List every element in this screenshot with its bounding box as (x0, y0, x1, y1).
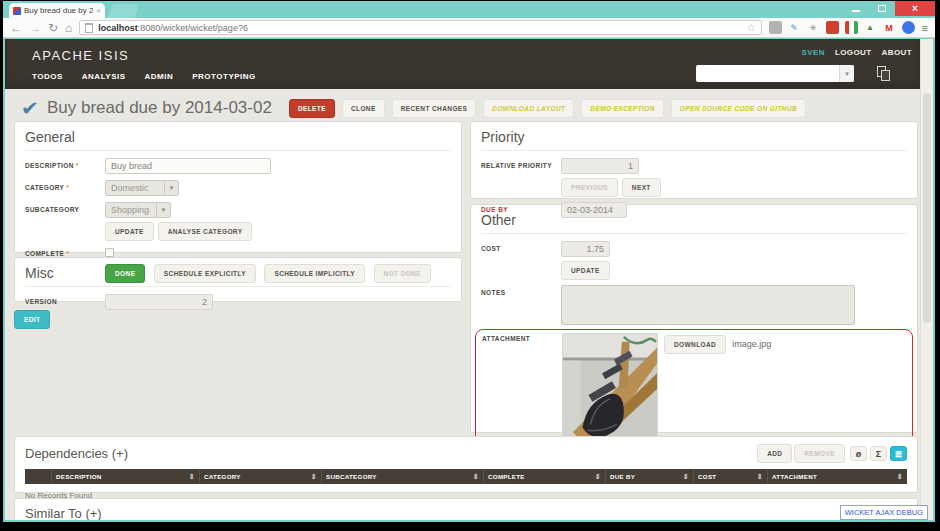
feather-extension-icon[interactable]: ✎ (788, 21, 801, 34)
add-button[interactable]: ADD (757, 444, 792, 463)
description-input[interactable]: Buy bread (105, 158, 271, 174)
extension-icon-1[interactable] (769, 21, 782, 34)
menu-item-analysis[interactable]: ANALYSIS (82, 72, 126, 81)
relative-priority-input: 1 (561, 158, 639, 174)
other-heading: Other (481, 212, 907, 234)
about-link[interactable]: ABOUT (882, 48, 912, 57)
summary-sigma-icon[interactable]: Σ (870, 446, 887, 461)
col-cost[interactable]: COST⇕ (693, 469, 767, 484)
app-brand[interactable]: APACHE ISIS (32, 48, 129, 63)
col-description[interactable]: DESCRIPTION⇕ (51, 469, 199, 484)
sort-icon: ⇕ (757, 473, 763, 481)
menu-item-admin[interactable]: ADMIN (145, 72, 174, 81)
previous-button: PREVIOUS (561, 178, 618, 197)
gmail-extension-icon[interactable]: M (883, 21, 896, 34)
schedule-explicitly-button[interactable]: SCHEDULE EXPLICITLY (154, 264, 256, 283)
maximize-button[interactable] (869, 1, 895, 16)
extension-icon-2[interactable] (826, 21, 839, 34)
tab-close-icon[interactable]: × (96, 6, 101, 15)
col-attachment[interactable]: ATTACHMENT⇕ (767, 469, 907, 484)
dependencies-heading: Dependencies (+) (25, 446, 757, 461)
attachment-image[interactable] (562, 333, 658, 445)
analyse-category-button[interactable]: ANALYSE CATEGORY (158, 222, 253, 241)
other-panel: Other COST 1.75 UPDATE NOTES ATTACHMENT (470, 204, 918, 433)
general-panel: General DESCRIPTION* Buy bread CATEGORY*… (14, 121, 462, 253)
edit-button[interactable]: EDIT (14, 310, 50, 329)
col-complete[interactable]: COMPLETE⇕ (483, 469, 605, 484)
url-text[interactable]: localhost:8080/wicket/wicket/page?6 (98, 23, 741, 33)
dependencies-table-header: DESCRIPTION⇕ CATEGORY⇕ SUBCATEGORY⇕ COMP… (25, 469, 907, 484)
home-icon[interactable]: ⌂ (65, 22, 72, 34)
not-done-button: NOT DONE (374, 264, 432, 283)
todo-check-icon: ✔ (21, 99, 39, 118)
update-button[interactable]: UPDATE (105, 222, 154, 241)
wicket-ajax-debug-link[interactable]: WICKET AJAX DEBUG (840, 505, 928, 520)
clone-button[interactable]: CLONE (342, 99, 385, 118)
next-button[interactable]: NEXT (622, 178, 661, 197)
bookmark-star-icon[interactable]: ☆ (747, 22, 756, 33)
browser-tab[interactable]: Buy bread due by 20 × (9, 3, 105, 18)
list-view-icon[interactable]: ≣ (890, 446, 907, 461)
hide-columns-icon[interactable]: ø (850, 446, 867, 461)
drive-extension-icon[interactable]: ▲ (864, 21, 877, 34)
version-label: VERSION (25, 294, 105, 305)
forward-icon[interactable]: → (29, 22, 41, 34)
priority-heading: Priority (481, 129, 907, 151)
header-search-select[interactable]: ▾ (696, 65, 854, 82)
extension-icon-3[interactable] (845, 21, 858, 34)
subcategory-select[interactable]: Shopping ▾ (105, 202, 171, 218)
cost-update-button[interactable]: UPDATE (561, 261, 610, 280)
col-subcategory[interactable]: SUBCATEGORY⇕ (321, 469, 483, 484)
download-layout-button[interactable]: DOWNLOAD LAYOUT (483, 99, 574, 118)
schedule-implicitly-button[interactable]: SCHEDULE IMPLICITLY (264, 264, 365, 283)
copy-link-icon[interactable] (877, 66, 890, 81)
new-tab-button[interactable] (108, 4, 140, 18)
done-button[interactable]: DONE (105, 264, 145, 283)
back-icon[interactable]: ← (10, 22, 22, 34)
col-due-by[interactable]: DUE BY⇕ (605, 469, 693, 484)
required-mark: * (66, 250, 69, 257)
select-dropdown-icon[interactable]: ▾ (839, 65, 854, 82)
recent-changes-button[interactable]: RECENT CHANGES (392, 99, 477, 118)
menu-item-prototyping[interactable]: PROTOTYPING (192, 72, 256, 81)
wicket-favicon (13, 7, 21, 15)
page-icon (85, 23, 93, 33)
address-bar[interactable]: localhost:8080/wicket/wicket/page?6 ☆ (79, 20, 761, 35)
reload-icon[interactable]: ↻ (48, 22, 58, 34)
notes-textarea[interactable] (561, 285, 855, 325)
col-select (25, 469, 51, 484)
dependencies-panel: Dependencies (+) ADD REMOVE ø Σ ≣ DESCRI… (14, 436, 918, 493)
extension-icons: ✎ ✳ ▲ M (769, 21, 915, 34)
user-name[interactable]: SVEN (802, 48, 825, 57)
similar-to-heading: Similar To (+) (25, 506, 847, 520)
extension-icon-4[interactable] (902, 21, 915, 34)
scrollbar-thumb[interactable] (923, 93, 931, 323)
col-category[interactable]: CATEGORY⇕ (199, 469, 321, 484)
sort-icon: ⇕ (311, 473, 317, 481)
relative-priority-label: RELATIVE PRIORITY (481, 158, 561, 169)
similar-to-panel: Similar To (+) ø Σ ≣ (14, 498, 918, 520)
url-host: localhost (98, 23, 138, 33)
logout-link[interactable]: LOGOUT (835, 48, 872, 57)
delete-button[interactable]: DELETE (289, 99, 335, 118)
subcategory-label: SUBCATEGORY (25, 202, 105, 213)
minimize-button[interactable] (843, 1, 869, 16)
demo-exception-button[interactable]: DEMO EXCEPTION (581, 99, 663, 118)
page-content: APACHE ISIS TODOS ANALYSIS ADMIN PROTOTY… (5, 39, 933, 520)
fan-extension-icon[interactable]: ✳ (807, 21, 820, 34)
complete-checkbox[interactable] (105, 248, 114, 257)
menu-item-todos[interactable]: TODOS (32, 72, 63, 81)
sort-icon: ⇕ (595, 473, 601, 481)
complete-label: COMPLETE* (25, 246, 105, 257)
download-button[interactable]: DOWNLOAD (664, 335, 726, 354)
browser-menu-icon[interactable]: ≡ (922, 22, 928, 34)
page-scrollbar[interactable] (920, 39, 933, 520)
category-select[interactable]: Domestic ▾ (105, 180, 179, 196)
open-source-button[interactable]: OPEN SOURCE CODE ON GITHUB (671, 99, 806, 118)
object-title: Buy bread due by 2014-03-02 (47, 98, 272, 118)
cost-label: COST (481, 241, 561, 252)
attachment-highlight-box: ATTACHMENT (475, 329, 913, 449)
chevron-down-icon: ▾ (164, 181, 178, 195)
app-menu: TODOS ANALYSIS ADMIN PROTOTYPING (32, 72, 256, 81)
close-button[interactable]: × (895, 1, 935, 16)
